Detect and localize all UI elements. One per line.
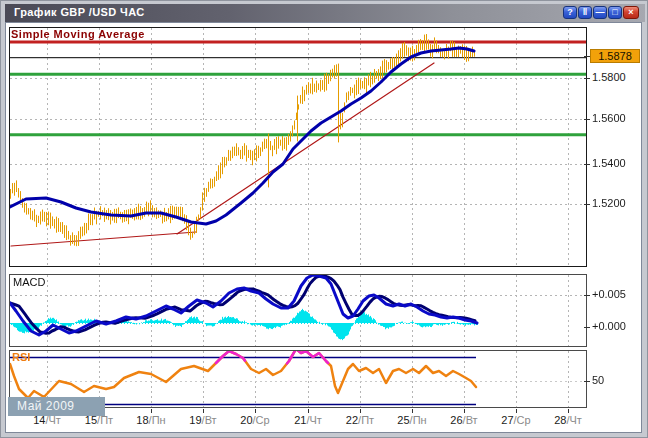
time-tick-label: 22/Пт xyxy=(346,414,374,426)
time-tick-mark xyxy=(412,409,413,413)
time-tick-label: 21/Чт xyxy=(294,414,322,426)
rsi-tick-mark xyxy=(584,381,590,382)
maximize-button[interactable]: □ xyxy=(608,6,622,19)
period-badge: Май 2009 xyxy=(8,397,105,416)
price-tick-label: 1.5600 xyxy=(592,112,626,124)
price-tick-label: 1.5800 xyxy=(592,71,626,83)
macd-tick-mark xyxy=(584,327,590,328)
close-button[interactable]: × xyxy=(623,6,639,19)
price-chart-canvas[interactable] xyxy=(10,28,586,266)
time-tick-mark xyxy=(203,409,204,413)
chart-window: График GBP /USD ЧАС ? ‖ — □ × Simple Mov… xyxy=(0,0,648,438)
minimize-button[interactable]: — xyxy=(593,6,607,19)
time-tick-label: 18/Пн xyxy=(136,414,165,426)
pause-button[interactable]: ‖ xyxy=(578,6,592,19)
time-tick-label: 27/Ср xyxy=(501,414,530,426)
time-tick-mark xyxy=(568,409,569,413)
macd-tick-label: +0.005 xyxy=(592,288,626,300)
macd-tick-mark xyxy=(584,295,590,296)
time-tick-label: 25/Пн xyxy=(397,414,426,426)
rsi-tick-label: 50 xyxy=(592,374,604,386)
time-tick-mark xyxy=(360,409,361,413)
price-tick-label: 1.5200 xyxy=(592,197,626,209)
help-button[interactable]: ? xyxy=(563,6,577,19)
time-tick-label: 26/Вт xyxy=(450,414,477,426)
title-bar[interactable]: График GBP /USD ЧАС xyxy=(5,4,645,22)
window-title: График GBP /USD ЧАС xyxy=(14,6,145,18)
time-tick-mark xyxy=(464,409,465,413)
price-tick-mark xyxy=(584,119,590,120)
price-tick-mark xyxy=(584,78,590,79)
time-tick-label: 19/Вт xyxy=(189,414,216,426)
rsi-indicator-label: RSI xyxy=(12,351,30,363)
price-tick-mark xyxy=(584,204,590,205)
sma-indicator-label: Simple Moving Average xyxy=(11,28,145,40)
price-chart-panel[interactable] xyxy=(9,27,587,267)
time-tick-mark xyxy=(255,409,256,413)
time-tick-label: 28/Чт xyxy=(554,414,582,426)
time-tick-label: 20/Ср xyxy=(240,414,269,426)
time-tick-mark xyxy=(516,409,517,413)
time-tick-mark xyxy=(151,409,152,413)
macd-tick-label: +0.000 xyxy=(592,320,626,332)
time-tick-mark xyxy=(308,409,309,413)
macd-canvas[interactable] xyxy=(10,275,586,346)
macd-indicator-label: MACD xyxy=(13,276,45,288)
price-tick-label: 1.5400 xyxy=(592,157,626,169)
current-price-badge: 1.5878 xyxy=(590,49,640,63)
price-tick-mark xyxy=(584,164,590,165)
macd-panel[interactable] xyxy=(9,274,587,347)
